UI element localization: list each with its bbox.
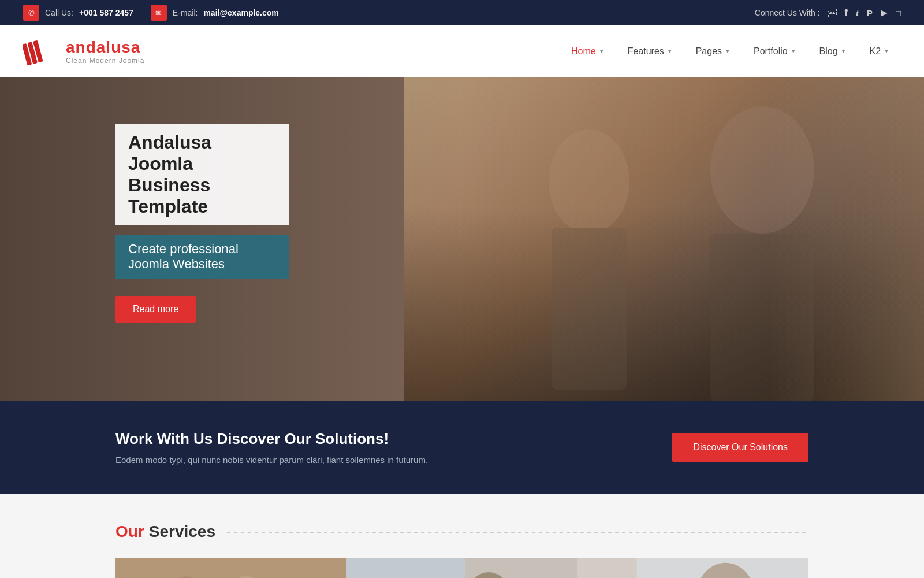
nav-link-pages[interactable]: Pages ▼ <box>684 25 742 77</box>
phone-icon: ✆ <box>23 5 39 21</box>
hero-title-box: Andalusa Joomla Business Template <box>116 124 289 225</box>
facebook-icon2[interactable]: f <box>845 8 848 18</box>
hero-content: Andalusa Joomla Business Template Create… <box>0 77 404 369</box>
nav-item-pages: Pages ▼ <box>684 25 742 77</box>
nav-item-features: Features ▼ <box>616 25 684 77</box>
nav-link-portfolio[interactable]: Portfolio ▼ <box>742 25 808 77</box>
service-card-3 <box>578 558 808 578</box>
read-more-button[interactable]: Read more <box>116 296 196 323</box>
pages-arrow: ▼ <box>725 48 731 54</box>
services-cards <box>116 558 808 578</box>
nav-item-k2: K2 ▼ <box>858 25 901 77</box>
services-section: Our Services <box>0 494 924 578</box>
top-bar-right: Connect Us With :  f t P ▶ □ <box>755 8 901 18</box>
services-heading: Our Services <box>116 523 808 541</box>
svg-rect-23 <box>346 558 578 578</box>
k2-arrow: ▼ <box>884 48 889 54</box>
hero-title: Andalusa Joomla Business Template <box>128 132 276 217</box>
hero-section: Andalusa Joomla Business Template Create… <box>0 77 924 401</box>
features-arrow: ▼ <box>667 48 673 54</box>
nav-link-features[interactable]: Features ▼ <box>616 25 684 77</box>
nav-item-home: Home ▼ <box>560 25 616 77</box>
cta-section: Work With Us Discover Our Solutions! Eod… <box>0 401 924 494</box>
services-heading-rest: Services <box>149 523 215 541</box>
logo-icon <box>23 37 58 66</box>
email-icon: ✉ <box>151 5 167 21</box>
cta-title: Work With Us Discover Our Solutions! <box>116 430 672 448</box>
top-bar: ✆ Call Us: +001 587 2457 ✉ E-mail: mail@… <box>0 0 924 25</box>
hero-subtitle: Create professional Joomla Websites <box>128 242 276 272</box>
email-link[interactable]: mail@example.com <box>203 8 278 17</box>
cta-text-area: Work With Us Discover Our Solutions! Eod… <box>116 430 672 465</box>
cta-description: Eodem modo typi, qui nunc nobis videntur… <box>116 455 672 465</box>
youtube-icon[interactable]: ▶ <box>881 8 888 18</box>
top-bar-left: ✆ Call Us: +001 587 2457 ✉ E-mail: mail@… <box>23 5 279 21</box>
blog-arrow: ▼ <box>841 48 847 54</box>
email-label: E-mail: <box>173 8 198 17</box>
phone-number: +001 587 2457 <box>79 8 133 17</box>
service-card-image-1 <box>116 558 346 578</box>
nav-link-home[interactable]: Home ▼ <box>560 25 616 77</box>
nav-link-k2[interactable]: K2 ▼ <box>858 25 901 77</box>
hero-subtitle-box: Create professional Joomla Websites <box>116 235 289 279</box>
service-card-image-3 <box>578 558 808 578</box>
service-card-1 <box>116 558 346 578</box>
nav-item-portfolio: Portfolio ▼ <box>742 25 808 77</box>
phone-item: ✆ Call Us: +001 587 2457 <box>23 5 133 21</box>
connect-label: Connect Us With : <box>755 8 820 17</box>
discover-solutions-button[interactable]: Discover Our Solutions <box>672 433 808 462</box>
pinterest-icon[interactable]: P <box>867 8 873 18</box>
phone-label: Call Us: <box>45 8 73 17</box>
svg-rect-28 <box>578 558 808 578</box>
logo-subtitle: Clean Modern Joomla <box>66 57 144 65</box>
home-arrow: ▼ <box>599 48 605 54</box>
nav-item-blog: Blog ▼ <box>808 25 858 77</box>
service-card-2 <box>346 558 578 578</box>
email-item: ✉ E-mail: mail@example.com <box>151 5 279 21</box>
svg-rect-15 <box>116 558 346 578</box>
twitter-icon[interactable]: t <box>856 8 859 18</box>
facebook-icon[interactable]:  <box>828 8 837 18</box>
portfolio-arrow: ▼ <box>791 48 796 54</box>
social-icons:  f t P ▶ □ <box>828 8 901 18</box>
services-heading-our: Our <box>116 523 144 541</box>
services-heading-line <box>227 532 808 533</box>
nav-menu: Home ▼ Features ▼ Pages ▼ Portfolio ▼ Bl <box>560 25 901 77</box>
logo-area: andalusa Clean Modern Joomla <box>23 37 144 66</box>
instagram-icon[interactable]: □ <box>896 8 901 18</box>
logo-brand: andalusa <box>66 38 144 57</box>
nav-link-blog[interactable]: Blog ▼ <box>808 25 858 77</box>
logo-text: andalusa Clean Modern Joomla <box>66 38 144 65</box>
navbar: andalusa Clean Modern Joomla Home ▼ Feat… <box>0 25 924 77</box>
service-card-image-2 <box>346 558 578 578</box>
